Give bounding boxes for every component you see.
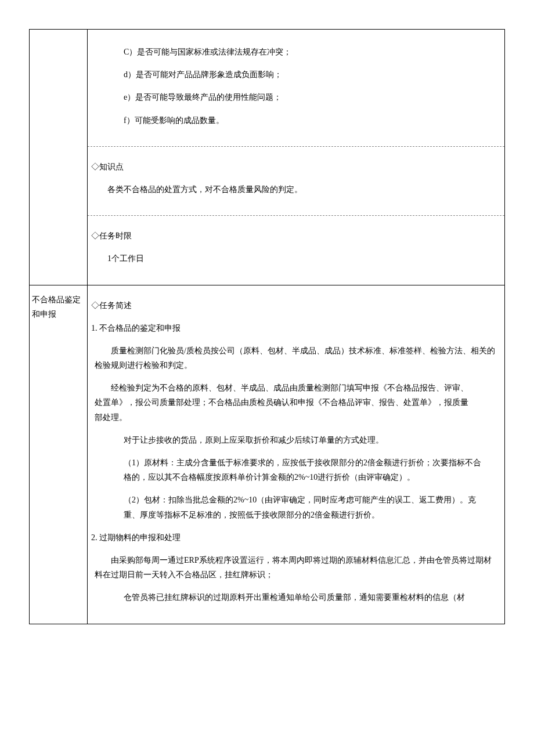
row1-content-cell: C）是否可能与国家标准或法律法规存在冲突； d）是否可能对产品品牌形象造成负面影… [88, 30, 505, 285]
knowledge-text: 各类不合格品的处置方式，对不合格质量风险的判定。 [107, 182, 501, 197]
item-c: C）是否可能与国家标准或法律法规存在冲突； [124, 45, 501, 59]
sec1-p1: 质量检测部门化验员/质检员按公司（原料、包材、半成品、成品）技术标准、标准签样、… [95, 343, 497, 372]
table-row: C）是否可能与国家标准或法律法规存在冲突； d）是否可能对产品品牌形象造成负面影… [30, 30, 505, 285]
sec2-p2: 仓管员将已挂红牌标识的过期原料开出重检通知单给公司质量部，通知需要重检材料的信息… [124, 590, 501, 605]
sec1-p5: （2）包材：扣除当批总金额的2%~10（由评审确定，同时应考虑可能产生的误工、返… [124, 493, 485, 522]
sec1-p4: （1）原材料：主成分含量低于标准要求的，应按低于接收限部分的2倍金额进行折价；次… [124, 455, 485, 484]
item-e: e）是否可能导致最终产品的使用性能问题； [124, 90, 501, 104]
row1-deadline-block: ◇任务时限 1个工作日 [88, 216, 504, 284]
item-f: f）可能受影响的成品数量。 [124, 113, 501, 128]
row2-content-block: ◇任务简述 1. 不合格品的鉴定和申报 质量检测部门化验员/质检员按公司（原料、… [88, 285, 504, 624]
document-table: C）是否可能与国家标准或法律法规存在冲突； d）是否可能对产品品牌形象造成负面影… [29, 29, 505, 624]
row1-label-cell [30, 30, 88, 285]
deadline-label: ◇任务时限 [91, 229, 501, 243]
deadline-text: 1个工作日 [107, 251, 501, 266]
table-row: 不合格品鉴定和申报 ◇任务简述 1. 不合格品的鉴定和申报 质量检测部门化验员/… [30, 285, 505, 624]
sec1-p2: 经检验判定为不合格的原料、包材、半成品、成品由质量检测部门填写申报《不合格品报告… [95, 381, 472, 425]
row2-content-cell: ◇任务简述 1. 不合格品的鉴定和申报 质量检测部门化验员/质检员按公司（原料、… [88, 285, 505, 624]
item-d: d）是否可能对产品品牌形象造成负面影响； [124, 67, 501, 82]
sec2-title: 2. 过期物料的申报和处理 [91, 530, 501, 545]
row1-items-block: C）是否可能与国家标准或法律法规存在冲突； d）是否可能对产品品牌形象造成负面影… [88, 30, 504, 147]
sec2-p1: 由采购部每周一通过ERP系统程序设置运行，将本周内即将过期的原辅材料信息汇总，并… [95, 553, 497, 582]
brief-label: ◇任务简述 [91, 298, 501, 313]
row2-label-cell: 不合格品鉴定和申报 [30, 285, 88, 624]
sec1-p3: 对于让步接收的货品，原则上应采取折价和减少后续订单量的方式处理。 [124, 433, 501, 447]
row1-knowledge-block: ◇知识点 各类不合格品的处置方式，对不合格质量风险的判定。 [88, 147, 504, 216]
sec1-title: 1. 不合格品的鉴定和申报 [91, 321, 501, 335]
knowledge-label: ◇知识点 [91, 160, 501, 174]
